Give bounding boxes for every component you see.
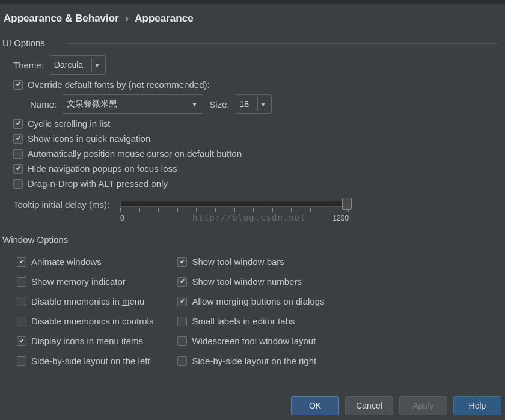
side-by-side-left-checkbox[interactable]: Side-by-side layout on the left: [17, 356, 153, 366]
show-icons-quicknav-checkbox[interactable]: Show icons in quick navigation: [13, 133, 504, 144]
widescreen-layout-label: Widescreen tool window layout: [192, 336, 316, 346]
animate-windows-checkbox[interactable]: Animate windows: [17, 257, 153, 267]
checkbox-icon: [177, 356, 187, 366]
checkbox-icon: [13, 179, 23, 189]
checkbox-icon: [17, 277, 26, 287]
show-memory-indicator-label: Show memory indicator: [31, 276, 126, 287]
font-size-value: 18: [240, 99, 249, 109]
theme-label: Theme:: [13, 60, 44, 70]
checkbox-icon: [17, 297, 26, 306]
display-icons-menu-checkbox[interactable]: Display icons in menu items: [17, 336, 153, 346]
side-by-side-right-label: Side-by-side layout on the right: [192, 356, 316, 366]
disable-mnemonics-menu-label: Disable mnemonics in menu: [31, 296, 144, 306]
theme-select[interactable]: Darcula ▾: [50, 55, 106, 75]
small-labels-editor-tabs-label: Small labels in editor tabs: [192, 316, 295, 326]
hide-nav-popups-checkbox[interactable]: Hide navigation popups on focus loss: [13, 163, 504, 174]
tooltip-delay-slider[interactable]: [120, 201, 349, 207]
chevron-down-icon: ▾: [91, 58, 102, 72]
checkbox-icon: [13, 134, 23, 144]
apply-button[interactable]: Apply: [399, 396, 447, 415]
checkbox-icon: [17, 257, 26, 267]
font-name-value: 文泉驿微米黑: [67, 99, 117, 109]
widescreen-layout-checkbox[interactable]: Widescreen tool window layout: [177, 336, 324, 346]
show-tool-window-numbers-checkbox[interactable]: Show tool window numbers: [177, 276, 324, 287]
hide-nav-popups-label: Hide navigation popups on focus loss: [28, 163, 177, 174]
slider-thumb[interactable]: [342, 198, 352, 210]
allow-merging-buttons-label: Allow merging buttons on dialogs: [192, 296, 324, 306]
cyclic-scrolling-label: Cyclic scrolling in list: [28, 118, 111, 129]
section-window-options: Window Options: [1, 234, 504, 248]
font-name-select[interactable]: 文泉驿微米黑 ▾: [63, 94, 203, 114]
checkbox-icon: [17, 317, 26, 326]
font-name-label: Name:: [30, 99, 57, 109]
checkbox-icon: [177, 336, 187, 346]
show-tool-window-bars-checkbox[interactable]: Show tool window bars: [177, 257, 324, 267]
display-icons-menu-label: Display icons in menu items: [31, 336, 143, 346]
checkbox-icon: [17, 336, 26, 346]
auto-position-cursor-checkbox[interactable]: Automatically position mouse cursor on d…: [13, 148, 504, 159]
ok-button[interactable]: OK: [291, 396, 339, 415]
disable-mnemonics-menu-checkbox[interactable]: Disable mnemonics in menu: [17, 296, 153, 306]
dialog-footer: OK Cancel Apply Help: [0, 391, 505, 420]
disable-mnemonics-controls-label: Disable mnemonics in controls: [31, 316, 153, 326]
checkbox-icon: [13, 164, 23, 174]
drag-alt-checkbox[interactable]: Drag-n-Drop with ALT pressed only: [13, 178, 504, 189]
checkbox-icon: [177, 277, 187, 287]
small-labels-editor-tabs-checkbox[interactable]: Small labels in editor tabs: [177, 316, 324, 326]
font-size-label: Size:: [209, 99, 229, 109]
animate-windows-label: Animate windows: [31, 257, 102, 267]
checkbox-icon: [177, 257, 187, 267]
breadcrumb: Appearance & Behavior › Appearance: [0, 4, 505, 34]
checkbox-icon: [17, 356, 26, 366]
checkbox-icon: [13, 149, 23, 159]
breadcrumb-parent: Appearance & Behavior: [4, 13, 119, 24]
side-by-side-right-checkbox[interactable]: Side-by-side layout on the right: [177, 356, 324, 366]
slider-max: 1200: [332, 214, 349, 222]
show-memory-indicator-checkbox[interactable]: Show memory indicator: [17, 276, 153, 287]
auto-position-cursor-label: Automatically position mouse cursor on d…: [28, 148, 242, 159]
checkbox-icon: [177, 317, 187, 326]
cyclic-scrolling-checkbox[interactable]: Cyclic scrolling in list: [13, 118, 504, 129]
show-tool-window-bars-label: Show tool window bars: [192, 257, 284, 267]
cancel-button[interactable]: Cancel: [345, 396, 393, 415]
drag-alt-label: Drag-n-Drop with ALT pressed only: [28, 178, 168, 189]
breadcrumb-sep: ›: [122, 13, 133, 24]
show-icons-quicknav-label: Show icons in quick navigation: [28, 133, 150, 144]
section-ui-options: UI Options: [1, 38, 504, 52]
font-size-select[interactable]: 18 ▾: [236, 94, 272, 114]
tooltip-delay-label: Tooltip initial delay (ms):: [13, 199, 109, 210]
show-tool-window-numbers-label: Show tool window numbers: [192, 276, 302, 287]
checkbox-icon: [177, 297, 187, 306]
checkbox-icon: [13, 80, 23, 90]
side-by-side-left-label: Side-by-side layout on the left: [31, 356, 150, 366]
override-fonts-checkbox[interactable]: Override default fonts by (not recommend…: [13, 79, 504, 90]
checkbox-icon: [13, 119, 23, 129]
slider-min: 0: [120, 214, 124, 222]
breadcrumb-current: Appearance: [135, 13, 193, 24]
disable-mnemonics-controls-checkbox[interactable]: Disable mnemonics in controls: [17, 316, 153, 326]
override-fonts-label: Override default fonts by (not recommend…: [28, 79, 210, 90]
allow-merging-buttons-checkbox[interactable]: Allow merging buttons on dialogs: [177, 296, 324, 306]
help-button[interactable]: Help: [453, 396, 501, 415]
theme-value: Darcula: [54, 60, 83, 70]
chevron-down-icon: ▾: [257, 97, 268, 111]
chevron-down-icon: ▾: [189, 97, 199, 111]
